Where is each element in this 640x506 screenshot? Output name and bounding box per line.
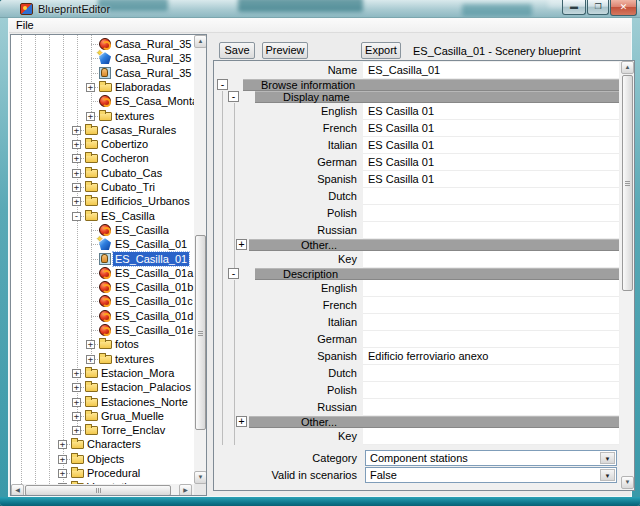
field-value-input[interactable]: ES Casilla 01 [363,137,619,154]
expand-icon[interactable]: + [86,83,95,92]
tree-item[interactable]: ES_Casilla_01e [11,323,194,337]
field-value-input[interactable]: ES Casilla 01 [363,154,619,171]
tree-hscrollbar-thumb[interactable] [25,485,171,496]
asset-tree[interactable]: Casa_Rural_35✦Casa_Rural_35Casa_Rural_35… [10,34,207,496]
scroll-right-button[interactable]: ▶ [179,484,192,496]
expand-icon[interactable]: + [72,183,81,192]
scroll-down-button[interactable]: ▼ [621,476,634,489]
collapse-icon[interactable]: - [228,91,239,102]
tree-item[interactable]: ES_Casa_Montaña_ [11,94,194,108]
tree-item[interactable]: +Cubato_Cas [11,166,194,180]
category-combobox[interactable]: Component stations▼ [365,450,617,466]
field-value-input[interactable] [363,365,619,382]
tree-item[interactable]: +textures [11,352,194,366]
field-value-input[interactable] [363,297,619,314]
tree-item[interactable]: +Torre_Enclav [11,423,194,437]
maximize-button[interactable]: ❒ [587,0,609,15]
field-value-input[interactable]: ES Casilla 01 [363,103,619,120]
tree-item[interactable]: +Estacion_Mora [11,366,194,380]
tree-item[interactable]: +Grua_Muelle [11,409,194,423]
export-button[interactable]: Export [361,42,401,59]
tree-item[interactable]: +Edificios_Urbanos [11,194,194,208]
expand-icon[interactable]: + [58,455,67,464]
section-header-bar[interactable]: Browse information [243,79,619,91]
expand-icon[interactable]: + [72,126,81,135]
tree-vscrollbar-thumb[interactable] [195,235,206,430]
collapse-icon[interactable]: - [228,268,239,279]
tree-item[interactable]: ES_Casilla_01b [11,280,194,294]
grid-vscrollbar-thumb[interactable] [622,75,633,291]
scroll-down-button[interactable]: ▼ [194,471,207,484]
tree-item[interactable]: +Characters [11,437,194,451]
grid-vscrollbar[interactable]: ▲ ▼ [620,61,635,490]
tree-item[interactable]: +textures [11,109,194,123]
expand-icon[interactable]: + [236,416,247,427]
tree-item[interactable]: ES_Casilla_01c [11,294,194,308]
tree-vscrollbar[interactable]: ▲ ▼ [194,35,207,484]
field-value-input[interactable]: ES Casilla 01 [363,120,619,137]
close-button[interactable]: ✕ [610,0,637,16]
tree-item[interactable]: +Procedural [11,466,194,480]
field-value-input[interactable] [363,331,619,348]
expand-icon[interactable]: + [72,398,81,407]
tree-item[interactable]: +fotos [11,337,194,351]
tree-item[interactable]: Casa_Rural_35 [11,66,194,80]
tree-item[interactable]: +Estaciones_Norte [11,395,194,409]
expand-icon[interactable]: + [72,412,81,421]
expand-icon[interactable]: + [72,383,81,392]
tree-item[interactable]: ES_Casilla_01 [11,252,194,266]
field-value-input[interactable] [363,280,619,297]
expand-icon[interactable]: + [58,440,67,449]
field-value-input[interactable] [363,222,619,239]
expand-icon[interactable]: + [72,426,81,435]
tree-item[interactable]: +Objects [11,452,194,466]
save-button[interactable]: Save [219,42,255,59]
field-value-input[interactable] [363,399,619,416]
collapse-icon[interactable]: - [72,212,81,221]
field-value-input[interactable] [363,428,619,445]
tree-item[interactable]: ES_Casilla_01a [11,266,194,280]
collapse-icon[interactable]: - [217,79,228,90]
minimize-button[interactable]: ▬ [562,0,586,15]
expand-icon[interactable]: + [236,239,247,250]
field-value-input[interactable] [363,188,619,205]
expand-icon[interactable]: + [86,112,95,121]
section-header-bar[interactable]: Other... [249,416,619,428]
expand-icon[interactable]: + [58,469,67,478]
section-header-bar[interactable]: Display name [255,91,619,103]
preview-button[interactable]: Preview [262,42,308,59]
field-value-input[interactable] [363,205,619,222]
tree-item[interactable]: +Cocheron [11,151,194,165]
expand-icon[interactable]: + [72,197,81,206]
scroll-up-button[interactable]: ▲ [194,35,207,48]
field-value-input[interactable]: ES Casilla 01 [363,171,619,188]
field-value-input[interactable] [363,251,619,268]
section-header-bar[interactable]: Description [255,268,619,280]
tree-item[interactable]: ✦ES_Casilla_01 [11,237,194,251]
expand-icon[interactable]: + [72,140,81,149]
menu-file[interactable]: File [9,18,41,32]
dropdown-button[interactable]: ▼ [600,469,615,481]
scroll-left-button[interactable]: ◀ [11,484,24,496]
field-value-input[interactable]: Edificio ferroviario anexo [363,348,619,365]
tree-item[interactable]: +Elaboradas [11,80,194,94]
expand-icon[interactable]: + [72,154,81,163]
tree-item[interactable]: +Casas_Rurales [11,123,194,137]
scroll-up-button[interactable]: ▲ [621,61,634,74]
tree-item[interactable]: ✦Casa_Rural_35 [11,51,194,65]
tree-item[interactable]: -ES_Casilla [11,209,194,223]
valid-combobox[interactable]: False▼ [365,467,617,483]
tree-hscrollbar[interactable]: ◀ ▶ [11,484,194,496]
tree-item[interactable]: +Estacion_Palacios [11,380,194,394]
expand-icon[interactable]: + [86,340,95,349]
field-value-input[interactable] [363,314,619,331]
field-value-input[interactable] [363,382,619,399]
expand-icon[interactable]: + [86,355,95,364]
tree-item[interactable]: +Cubato_Tri [11,180,194,194]
expand-icon[interactable]: + [72,369,81,378]
field-value-input[interactable]: ES_Casilla_01 [363,62,619,79]
tree-item[interactable]: ES_Casilla_01d [11,309,194,323]
dropdown-button[interactable]: ▼ [600,452,615,464]
section-header-bar[interactable]: Other... [249,239,619,251]
tree-item[interactable]: +Cobertizo [11,137,194,151]
